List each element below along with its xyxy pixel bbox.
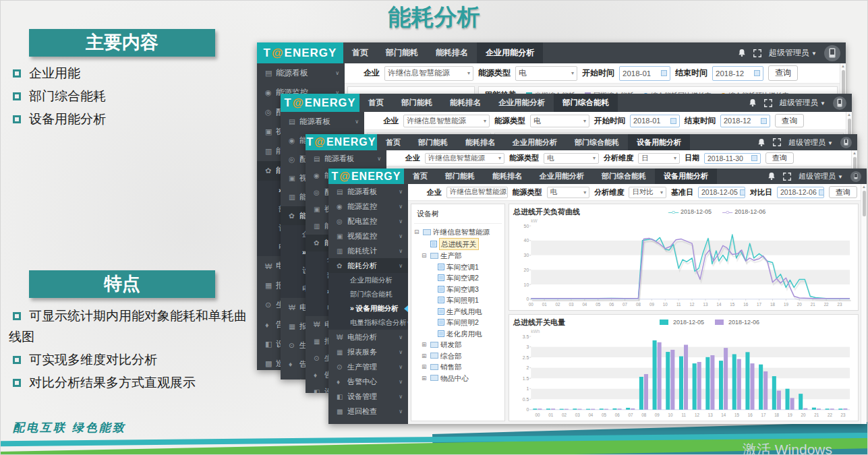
query-button[interactable]: 查询 (765, 152, 794, 164)
avatar[interactable] (833, 96, 846, 110)
user-menu[interactable]: 超级管理员▼ (788, 138, 833, 148)
sidebar-item-energy-monitor[interactable]: ◉能源监控∨ (328, 199, 408, 214)
sidebar-item-report-service[interactable]: ▦报表服务∨ (328, 344, 408, 359)
tree-node[interactable]: 车间照明1 (414, 295, 502, 306)
avatar[interactable] (840, 137, 852, 148)
date-input-日期[interactable]: 2018-11-30 (704, 153, 761, 164)
nav-tab-能耗排名[interactable]: 能耗排名 (441, 94, 490, 112)
user-menu[interactable]: 超级管理员▼ (799, 171, 843, 181)
nav-tab-部门能耗[interactable]: 部门能耗 (436, 169, 484, 184)
tree-node[interactable]: 车间空调1 (414, 262, 502, 273)
sidebar-item-production-management[interactable]: ⊙生产管理∨ (328, 359, 408, 374)
notification-bell-icon[interactable] (757, 138, 765, 147)
nav-tab-部门能耗[interactable]: 部门能耗 (393, 94, 441, 112)
tree-node[interactable]: 老化房用电 (414, 328, 502, 340)
sidebar-item-electric-energy-analysis[interactable]: ₩电能分析∨ (328, 330, 408, 344)
date-input-开始时间[interactable]: 2018-01 (619, 66, 670, 81)
select-能源类型[interactable]: 电▾ (544, 153, 599, 164)
nav-tab-首页[interactable]: 首页 (377, 134, 409, 150)
select-企业[interactable]: 许继信息智慧能源▾ (446, 187, 508, 198)
nav-tab-设备用能分析[interactable]: 设备用能分析 (628, 134, 690, 150)
tree-node[interactable]: 生产线用电 (414, 306, 502, 317)
user-menu[interactable]: 超级管理员▼ (769, 47, 817, 59)
notification-bell-icon[interactable] (749, 98, 757, 107)
nav-tab-企业用能分析[interactable]: 企业用能分析 (504, 134, 566, 150)
select-企业[interactable]: 许继信息智慧能源▾ (425, 153, 504, 164)
tree-node[interactable]: 车间空调3 (414, 284, 502, 295)
tree-node[interactable]: ⊞物品中心 (414, 373, 502, 384)
query-button[interactable]: 查询 (768, 65, 798, 81)
nav-tab-企业用能分析[interactable]: 企业用能分析 (490, 94, 554, 112)
nav-tab-能耗排名[interactable]: 能耗排名 (484, 169, 531, 184)
tree-toggle-icon[interactable]: ⊞ (422, 339, 428, 351)
nav-tab-能耗排名[interactable]: 能耗排名 (457, 134, 504, 150)
tree-node[interactable]: 总进线开关 (414, 238, 502, 251)
sidebar-item-energy-dashboard[interactable]: ▤能源看板∨ (328, 184, 408, 199)
date-input-开始时间[interactable]: 2018-01 (630, 115, 680, 127)
sidebar-subitem-电量指标综合分析[interactable]: 电量指标综合分析 ∨ (328, 315, 408, 330)
nav-tab-部门能耗[interactable]: 部门能耗 (409, 134, 457, 150)
nav-tab-能耗排名[interactable]: 能耗排名 (427, 42, 477, 63)
nav-tab-首页[interactable]: 首页 (343, 42, 377, 63)
select-企业[interactable]: 许继信息智慧能源▾ (403, 115, 490, 127)
query-button[interactable]: 查询 (829, 186, 857, 198)
nav-tab-部门能耗[interactable]: 部门能耗 (377, 42, 427, 63)
tree-node[interactable]: 车间空调2 (414, 272, 502, 284)
sidebar-item-energy-statistics[interactable]: ▥能耗统计∨ (328, 243, 408, 258)
legend-item[interactable]: 2018-12-05 (660, 319, 704, 326)
nav-tab-首页[interactable]: 首页 (359, 94, 393, 112)
tree-toggle-icon[interactable]: ⊞ (422, 351, 428, 362)
legend-item[interactable]: –○–2018-12-06 (722, 208, 765, 216)
fullscreen-icon[interactable] (773, 138, 781, 146)
date-input-对比日[interactable]: 2018-12-06 (777, 187, 824, 198)
tree-node[interactable]: 车间照明2 (414, 317, 502, 328)
nav-tab-企业用能分析[interactable]: 企业用能分析 (477, 42, 543, 63)
fullscreen-icon[interactable] (753, 49, 761, 57)
legend-item[interactable]: –○–2018-12-05 (668, 208, 712, 216)
notification-bell-icon[interactable] (768, 172, 776, 181)
date-input-结束时间[interactable]: 2018-12 (720, 115, 770, 127)
select-企业[interactable]: 许继信息智慧能源▾ (384, 66, 473, 81)
sidebar-item-power-distribution-monitor[interactable]: ◎配电监控∨ (328, 214, 408, 229)
query-button[interactable]: 查询 (775, 114, 804, 127)
avatar[interactable] (824, 45, 840, 61)
user-menu[interactable]: 超级管理员▼ (780, 98, 826, 108)
tree-toggle-icon[interactable]: ⊟ (422, 250, 428, 262)
nav-tab-首页[interactable]: 首页 (404, 169, 436, 184)
vertical-scrollbar[interactable]: ▲ (861, 184, 867, 424)
scrollbar-thumb[interactable] (863, 191, 866, 216)
tree-node[interactable]: ⊞综合部 (414, 351, 502, 362)
nav-tab-部门综合能耗[interactable]: 部门综合能耗 (593, 169, 655, 184)
tree-toggle-icon[interactable]: ⊞ (422, 373, 428, 384)
sidebar-item-device-management[interactable]: ◧设备管理∨ (328, 389, 408, 404)
fullscreen-icon[interactable] (764, 99, 772, 107)
tree-toggle-icon[interactable]: ⊞ (422, 361, 428, 373)
sidebar-subitem-部门综合能耗[interactable]: 部门综合能耗 (328, 287, 408, 301)
select-能源类型[interactable]: 电▾ (547, 187, 590, 198)
sidebar-item-energy-dashboard[interactable]: ▤能源看板∨ (257, 63, 345, 83)
sidebar-subitem-设备用能分析[interactable]: » 设备用能分析 (328, 301, 408, 315)
sidebar-item-energy-dashboard[interactable]: ▤能源看板∨ (281, 112, 364, 131)
date-input-结束时间[interactable]: 2018-12 (712, 66, 763, 81)
legend-item[interactable]: 2018-12-06 (715, 319, 759, 326)
date-input-基准日[interactable]: 2018-12-05 (698, 187, 745, 198)
nav-tab-部门综合能耗[interactable]: 部门综合能耗 (554, 94, 618, 112)
fullscreen-icon[interactable] (783, 173, 791, 181)
select-分析维度[interactable]: 日对比▾ (629, 187, 666, 198)
select-能源类型[interactable]: 电▾ (530, 115, 589, 127)
avatar[interactable] (850, 171, 861, 182)
tree-toggle-icon[interactable]: ⊟ (414, 226, 421, 238)
select-分析维度[interactable]: 日▾ (638, 153, 680, 164)
tree-node[interactable]: ⊟生产部 (414, 250, 502, 262)
nav-tab-企业用能分析[interactable]: 企业用能分析 (531, 169, 593, 184)
tree-node[interactable]: ⊞研发部 (414, 339, 502, 351)
nav-tab-部门综合能耗[interactable]: 部门综合能耗 (566, 134, 628, 150)
tree-node[interactable]: ⊟许继信息智慧能源 (414, 226, 502, 238)
sidebar-item-video-monitor[interactable]: ▣视频监控∨ (328, 229, 408, 243)
sidebar-item-energy-analysis[interactable]: ✿能耗分析∨ (328, 258, 408, 273)
nav-tab-设备用能分析[interactable]: 设备用能分析 (655, 169, 717, 184)
notification-bell-icon[interactable] (738, 49, 746, 57)
sidebar-item-energy-dashboard[interactable]: ▤能源看板∨ (306, 150, 386, 167)
scrollbar-thumb[interactable] (842, 70, 845, 96)
sidebar-subitem-企业用能分析[interactable]: 企业用能分析 (328, 273, 408, 287)
